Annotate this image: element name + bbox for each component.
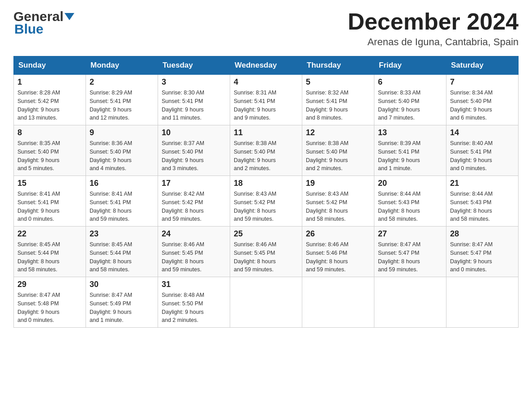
col-wednesday: Wednesday	[230, 56, 302, 75]
day-number: 4	[234, 77, 298, 87]
calendar-day-cell: 26Sunrise: 8:46 AMSunset: 5:46 PMDayligh…	[302, 227, 374, 277]
day-number: 25	[234, 229, 298, 239]
day-info: Sunrise: 8:39 AMSunset: 5:41 PMDaylight:…	[378, 139, 442, 173]
day-number: 30	[90, 280, 154, 289]
day-info: Sunrise: 8:48 AMSunset: 5:50 PMDaylight:…	[162, 291, 226, 325]
day-info: Sunrise: 8:47 AMSunset: 5:47 PMDaylight:…	[378, 240, 442, 274]
day-number: 22	[17, 229, 82, 239]
day-number: 13	[378, 128, 442, 137]
day-info: Sunrise: 8:28 AMSunset: 5:42 PMDaylight:…	[17, 89, 82, 122]
calendar-day-cell: 18Sunrise: 8:43 AMSunset: 5:42 PMDayligh…	[230, 176, 302, 227]
calendar-day-cell: 9Sunrise: 8:36 AMSunset: 5:40 PMDaylight…	[86, 125, 158, 176]
calendar-day-cell	[446, 277, 519, 328]
day-info: Sunrise: 8:43 AMSunset: 5:42 PMDaylight:…	[234, 190, 298, 223]
calendar-day-cell: 28Sunrise: 8:47 AMSunset: 5:47 PMDayligh…	[446, 227, 519, 277]
calendar-day-cell: 8Sunrise: 8:35 AMSunset: 5:40 PMDaylight…	[14, 125, 86, 176]
calendar-day-cell: 22Sunrise: 8:45 AMSunset: 5:44 PMDayligh…	[14, 227, 86, 277]
day-number: 1	[17, 77, 82, 87]
calendar-day-cell: 16Sunrise: 8:41 AMSunset: 5:41 PMDayligh…	[86, 176, 158, 227]
day-number: 26	[306, 229, 370, 239]
title-section: December 2024 Arenas de Iguna, Cantabria…	[348, 9, 519, 48]
day-info: Sunrise: 8:29 AMSunset: 5:41 PMDaylight:…	[90, 89, 154, 122]
calendar-day-cell: 30Sunrise: 8:47 AMSunset: 5:49 PMDayligh…	[86, 277, 158, 328]
col-monday: Monday	[86, 56, 158, 75]
location-subtitle: Arenas de Iguna, Cantabria, Spain	[348, 36, 519, 48]
svg-marker-0	[64, 13, 74, 20]
col-friday: Friday	[374, 56, 446, 75]
calendar-day-cell: 15Sunrise: 8:41 AMSunset: 5:41 PMDayligh…	[14, 176, 86, 227]
day-number: 15	[17, 179, 82, 188]
calendar-day-cell	[302, 277, 374, 328]
day-number: 16	[90, 179, 154, 188]
calendar-day-cell: 14Sunrise: 8:40 AMSunset: 5:41 PMDayligh…	[446, 125, 519, 176]
calendar-day-cell: 25Sunrise: 8:46 AMSunset: 5:45 PMDayligh…	[230, 227, 302, 277]
day-info: Sunrise: 8:44 AMSunset: 5:43 PMDaylight:…	[378, 190, 442, 223]
day-number: 7	[450, 77, 515, 87]
day-info: Sunrise: 8:47 AMSunset: 5:49 PMDaylight:…	[90, 291, 154, 325]
day-info: Sunrise: 8:45 AMSunset: 5:44 PMDaylight:…	[90, 240, 154, 274]
header-row: Sunday Monday Tuesday Wednesday Thursday…	[14, 56, 519, 75]
day-info: Sunrise: 8:47 AMSunset: 5:47 PMDaylight:…	[450, 240, 515, 274]
day-number: 18	[234, 179, 298, 188]
calendar-week-row: 15Sunrise: 8:41 AMSunset: 5:41 PMDayligh…	[14, 176, 519, 227]
day-info: Sunrise: 8:46 AMSunset: 5:45 PMDaylight:…	[234, 240, 298, 274]
day-number: 19	[306, 179, 370, 188]
calendar-day-cell: 2Sunrise: 8:29 AMSunset: 5:41 PMDaylight…	[86, 75, 158, 125]
day-info: Sunrise: 8:44 AMSunset: 5:43 PMDaylight:…	[450, 190, 515, 223]
calendar-day-cell	[230, 277, 302, 328]
day-info: Sunrise: 8:42 AMSunset: 5:42 PMDaylight:…	[162, 190, 226, 223]
calendar-week-row: 8Sunrise: 8:35 AMSunset: 5:40 PMDaylight…	[14, 125, 519, 176]
day-info: Sunrise: 8:43 AMSunset: 5:42 PMDaylight:…	[306, 190, 370, 223]
col-thursday: Thursday	[302, 56, 374, 75]
calendar-day-cell: 17Sunrise: 8:42 AMSunset: 5:42 PMDayligh…	[158, 176, 230, 227]
day-info: Sunrise: 8:31 AMSunset: 5:41 PMDaylight:…	[234, 89, 298, 122]
day-info: Sunrise: 8:34 AMSunset: 5:40 PMDaylight:…	[450, 89, 515, 122]
calendar-day-cell: 29Sunrise: 8:47 AMSunset: 5:48 PMDayligh…	[14, 277, 86, 328]
day-number: 28	[450, 229, 515, 239]
calendar-day-cell: 10Sunrise: 8:37 AMSunset: 5:40 PMDayligh…	[158, 125, 230, 176]
calendar-day-cell: 23Sunrise: 8:45 AMSunset: 5:44 PMDayligh…	[86, 227, 158, 277]
calendar-day-cell: 12Sunrise: 8:38 AMSunset: 5:40 PMDayligh…	[302, 125, 374, 176]
day-number: 8	[17, 128, 82, 137]
day-number: 29	[17, 280, 82, 289]
day-info: Sunrise: 8:33 AMSunset: 5:40 PMDaylight:…	[378, 89, 442, 122]
calendar-day-cell: 11Sunrise: 8:38 AMSunset: 5:40 PMDayligh…	[230, 125, 302, 176]
calendar-day-cell: 19Sunrise: 8:43 AMSunset: 5:42 PMDayligh…	[302, 176, 374, 227]
day-number: 31	[162, 280, 226, 289]
day-info: Sunrise: 8:41 AMSunset: 5:41 PMDaylight:…	[17, 190, 82, 223]
logo-triangle-icon	[64, 11, 74, 21]
day-info: Sunrise: 8:40 AMSunset: 5:41 PMDaylight:…	[450, 139, 515, 173]
day-number: 9	[90, 128, 154, 137]
day-number: 11	[234, 128, 298, 137]
day-number: 17	[162, 179, 226, 188]
calendar-day-cell: 21Sunrise: 8:44 AMSunset: 5:43 PMDayligh…	[446, 176, 519, 227]
month-title: December 2024	[348, 9, 519, 34]
day-info: Sunrise: 8:37 AMSunset: 5:40 PMDaylight:…	[162, 139, 226, 173]
day-number: 10	[162, 128, 226, 137]
col-sunday: Sunday	[14, 56, 86, 75]
day-info: Sunrise: 8:47 AMSunset: 5:48 PMDaylight:…	[17, 291, 82, 325]
col-saturday: Saturday	[446, 56, 519, 75]
day-info: Sunrise: 8:32 AMSunset: 5:41 PMDaylight:…	[306, 89, 370, 122]
day-number: 21	[450, 179, 515, 188]
day-number: 3	[162, 77, 226, 87]
calendar-day-cell: 27Sunrise: 8:47 AMSunset: 5:47 PMDayligh…	[374, 227, 446, 277]
day-number: 6	[378, 77, 442, 87]
logo: General Blue	[13, 9, 74, 37]
day-info: Sunrise: 8:30 AMSunset: 5:41 PMDaylight:…	[162, 89, 226, 122]
calendar-day-cell: 20Sunrise: 8:44 AMSunset: 5:43 PMDayligh…	[374, 176, 446, 227]
calendar-week-row: 29Sunrise: 8:47 AMSunset: 5:48 PMDayligh…	[14, 277, 519, 328]
logo-blue-text: Blue	[14, 21, 43, 37]
day-info: Sunrise: 8:35 AMSunset: 5:40 PMDaylight:…	[17, 139, 82, 173]
calendar-day-cell: 3Sunrise: 8:30 AMSunset: 5:41 PMDaylight…	[158, 75, 230, 125]
day-number: 20	[378, 179, 442, 188]
day-info: Sunrise: 8:38 AMSunset: 5:40 PMDaylight:…	[234, 139, 298, 173]
day-number: 12	[306, 128, 370, 137]
day-number: 2	[90, 77, 154, 87]
calendar-table: Sunday Monday Tuesday Wednesday Thursday…	[13, 56, 519, 328]
calendar-day-cell	[374, 277, 446, 328]
calendar-day-cell: 31Sunrise: 8:48 AMSunset: 5:50 PMDayligh…	[158, 277, 230, 328]
page-header: General Blue December 2024 Arenas de Igu…	[13, 9, 519, 48]
calendar-day-cell: 6Sunrise: 8:33 AMSunset: 5:40 PMDaylight…	[374, 75, 446, 125]
day-info: Sunrise: 8:41 AMSunset: 5:41 PMDaylight:…	[90, 190, 154, 223]
